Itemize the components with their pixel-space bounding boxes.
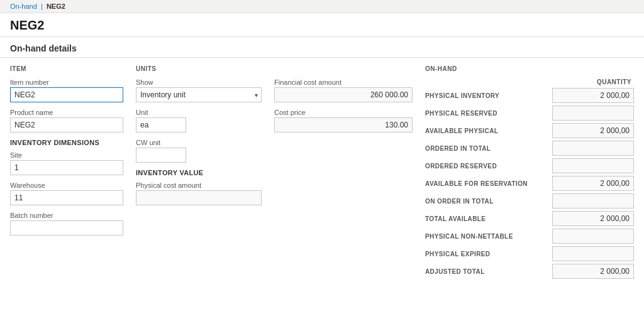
show-select-wrapper: Inventory unit Catch weight unit ▾ — [136, 87, 262, 102]
onhand-row-label: ORDERED RESERVED — [425, 163, 552, 170]
cost-price-input[interactable] — [274, 117, 413, 133]
onhand-row-value-wrapper — [552, 158, 634, 173]
onhand-row-label: ADJUSTED TOTAL — [425, 268, 552, 275]
financial-cost-input[interactable] — [274, 87, 413, 102]
onhand-row: ORDERED IN TOTAL — [425, 141, 634, 156]
item-number-label: Item number — [10, 78, 123, 86]
onhand-row-value-wrapper — [552, 193, 634, 208]
section-header: On-hand details — [0, 37, 644, 58]
onhand-row-value-wrapper — [552, 106, 634, 121]
item-number-group: Item number — [10, 78, 123, 102]
onhand-table: QUANTITY PHYSICAL INVENTORYPHYSICAL RESE… — [425, 78, 634, 279]
onhand-quantity-input[interactable] — [552, 106, 634, 121]
onhand-row-value-wrapper — [552, 88, 634, 103]
onhand-row: PHYSICAL INVENTORY — [425, 88, 634, 103]
onhand-row-value-wrapper — [552, 123, 634, 138]
financial-column: Financial cost amount Cost price — [274, 65, 425, 281]
show-select[interactable]: Inventory unit Catch weight unit — [136, 87, 262, 102]
onhand-quantity-input[interactable] — [552, 211, 634, 226]
unit-group: Unit — [136, 109, 262, 133]
warehouse-label: Warehouse — [10, 181, 123, 189]
item-number-input[interactable] — [10, 87, 123, 102]
onhand-row-value-wrapper — [552, 229, 634, 244]
unit-input[interactable] — [136, 117, 186, 133]
onhand-row: ON ORDER IN TOTAL — [425, 193, 634, 208]
physical-cost-input[interactable] — [136, 190, 262, 205]
onhand-row-label: PHYSICAL INVENTORY — [425, 92, 552, 99]
quantity-header: QUANTITY — [552, 78, 634, 85]
page-title: NEG2 — [0, 13, 644, 37]
inv-value-label: INVENTORY VALUE — [136, 169, 262, 176]
item-column-label: ITEM — [10, 65, 123, 72]
onhand-quantity-input[interactable] — [552, 88, 634, 103]
warehouse-input[interactable] — [10, 190, 123, 205]
item-column: ITEM Item number Product name INVENTORY … — [10, 65, 136, 281]
onhand-column-label: ON-HAND — [425, 65, 634, 72]
cw-unit-input[interactable] — [136, 148, 186, 163]
inv-dimensions-label: INVENTORY DIMENSIONS — [10, 139, 123, 146]
onhand-quantity-input[interactable] — [552, 193, 634, 208]
onhand-row: AVAILABLE FOR RESERVATION — [425, 176, 634, 191]
product-name-group: Product name — [10, 109, 123, 133]
batch-number-group: Batch number — [10, 212, 123, 236]
onhand-quantity-input[interactable] — [552, 229, 634, 244]
site-group: Site — [10, 151, 123, 175]
physical-cost-group: Physical cost amount — [136, 181, 262, 205]
breadcrumb-separator: | — [41, 3, 43, 10]
batch-number-input[interactable] — [10, 220, 123, 236]
cost-price-label: Cost price — [274, 109, 413, 116]
onhand-header: QUANTITY — [425, 78, 634, 85]
onhand-row-label: PHYSICAL RESERVED — [425, 110, 552, 117]
breadcrumb-part2: NEG2 — [47, 3, 65, 10]
site-label: Site — [10, 151, 123, 159]
warehouse-group: Warehouse — [10, 181, 123, 205]
onhand-row-label: PHYSICAL NON-NETTABLE — [425, 233, 552, 240]
main-content: ITEM Item number Product name INVENTORY … — [0, 58, 644, 289]
unit-label: Unit — [136, 109, 262, 116]
onhand-quantity-input[interactable] — [552, 141, 634, 156]
financial-cost-group: Financial cost amount — [274, 78, 413, 102]
physical-cost-label: Physical cost amount — [136, 181, 262, 189]
onhand-row: TOTAL AVAILABLE — [425, 211, 634, 226]
financial-spacer — [274, 65, 413, 72]
onhand-row-value-wrapper — [552, 176, 634, 191]
cost-price-group: Cost price — [274, 109, 413, 133]
onhand-row-label: AVAILABLE PHYSICAL — [425, 127, 552, 134]
show-group: Show Inventory unit Catch weight unit ▾ — [136, 78, 262, 102]
cw-unit-label: CW unit — [136, 139, 262, 146]
onhand-row-label: TOTAL AVAILABLE — [425, 215, 552, 222]
onhand-row: ORDERED RESERVED — [425, 158, 634, 173]
show-label: Show — [136, 78, 262, 86]
onhand-row-label: PHYSICAL EXPIRED — [425, 251, 552, 257]
onhand-row-value-wrapper — [552, 264, 634, 279]
onhand-quantity-input[interactable] — [552, 176, 634, 191]
onhand-column: ON-HAND QUANTITY PHYSICAL INVENTORYPHYSI… — [425, 65, 634, 281]
onhand-row: PHYSICAL NON-NETTABLE — [425, 229, 634, 244]
onhand-row-label: AVAILABLE FOR RESERVATION — [425, 180, 552, 187]
onhand-quantity-input[interactable] — [552, 264, 634, 279]
onhand-row: ADJUSTED TOTAL — [425, 264, 634, 279]
cw-unit-group: CW unit — [136, 139, 262, 163]
onhand-row-label: ON ORDER IN TOTAL — [425, 198, 552, 205]
product-name-input[interactable] — [10, 117, 123, 133]
onhand-rows-container: PHYSICAL INVENTORYPHYSICAL RESERVEDAVAIL… — [425, 88, 634, 279]
breadcrumb: On-hand | NEG2 — [0, 0, 644, 13]
onhand-row-label: ORDERED IN TOTAL — [425, 145, 552, 152]
onhand-quantity-input[interactable] — [552, 158, 634, 173]
units-column-label: UNITS — [136, 65, 262, 72]
onhand-quantity-input[interactable] — [552, 246, 634, 261]
onhand-row-value-wrapper — [552, 141, 634, 156]
onhand-row-value-wrapper — [552, 211, 634, 226]
onhand-quantity-input[interactable] — [552, 123, 634, 138]
breadcrumb-part1[interactable]: On-hand — [10, 3, 37, 10]
site-input[interactable] — [10, 160, 123, 175]
onhand-row-value-wrapper — [552, 246, 634, 261]
units-column: UNITS Show Inventory unit Catch weight u… — [136, 65, 274, 281]
onhand-row: PHYSICAL RESERVED — [425, 106, 634, 121]
financial-cost-label: Financial cost amount — [274, 78, 413, 86]
onhand-row: AVAILABLE PHYSICAL — [425, 123, 634, 138]
batch-number-label: Batch number — [10, 212, 123, 219]
onhand-row: PHYSICAL EXPIRED — [425, 246, 634, 261]
product-name-label: Product name — [10, 109, 123, 116]
